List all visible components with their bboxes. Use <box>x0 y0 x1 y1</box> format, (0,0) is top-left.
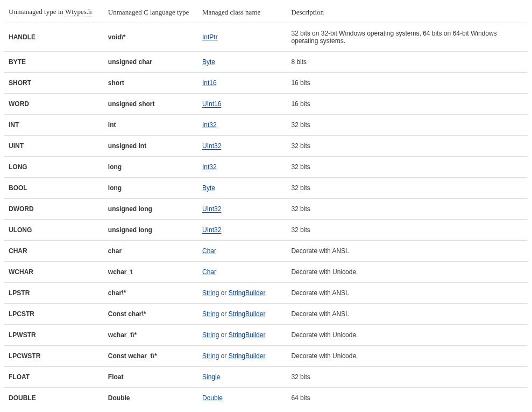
table-row: BYTEunsigned charByte8 bits <box>4 52 528 73</box>
cell-description: 32 bits <box>287 115 528 136</box>
cell-unmanaged-type: CHAR <box>4 241 104 262</box>
cell-managed-class: UInt32 <box>198 199 287 220</box>
cell-unmanaged-type: ULONG <box>4 220 104 241</box>
managed-class-link[interactable]: Double <box>202 394 223 402</box>
cell-description: 16 bits <box>287 73 528 94</box>
managed-class-link[interactable]: IntPtr <box>202 33 218 41</box>
cell-c-type: long <box>104 178 198 199</box>
managed-class-link[interactable]: Char <box>202 268 216 276</box>
cell-description: Decorate with Unicode. <box>287 262 528 283</box>
table-row: DOUBLEDoubleDouble64 bits <box>4 388 528 409</box>
table-row: WCHARwchar_tCharDecorate with Unicode. <box>4 262 528 283</box>
cell-managed-class: Double <box>198 388 287 409</box>
cell-description: 8 bits <box>287 52 528 73</box>
cell-unmanaged-type: BYTE <box>4 52 104 73</box>
cell-c-type: unsigned short <box>104 94 198 115</box>
or-separator: or <box>219 310 228 318</box>
cell-description: 64 bits <box>287 388 528 409</box>
cell-unmanaged-type: INT <box>4 115 104 136</box>
cell-description: 32 bits <box>287 178 528 199</box>
cell-description: Decorate with Unicode. <box>287 346 528 367</box>
table-row: LPWSTRwchar_t\*String or StringBuilderDe… <box>4 325 528 346</box>
cell-managed-class: IntPtr <box>198 23 287 52</box>
cell-c-type: unsigned int <box>104 136 198 157</box>
managed-class-link[interactable]: UInt32 <box>202 226 221 234</box>
header-description: Description <box>287 4 528 23</box>
managed-class-link[interactable]: Byte <box>202 184 215 192</box>
cell-unmanaged-type: DOUBLE <box>4 388 104 409</box>
cell-c-type: Double <box>104 388 198 409</box>
cell-description: 32 bits <box>287 367 528 388</box>
cell-unmanaged-type: LPWSTR <box>4 325 104 346</box>
cell-managed-class: String or StringBuilder <box>198 304 287 325</box>
cell-c-type: short <box>104 73 198 94</box>
managed-class-link[interactable]: Int16 <box>202 79 217 87</box>
cell-c-type: long <box>104 157 198 178</box>
header-managed-class: Managed class name <box>198 4 287 23</box>
table-row: INTintInt3232 bits <box>4 115 528 136</box>
cell-description: Decorate with ANSI. <box>287 304 528 325</box>
managed-class-link[interactable]: UInt16 <box>202 100 221 108</box>
cell-unmanaged-type: BOOL <box>4 178 104 199</box>
cell-unmanaged-type: FLOAT <box>4 367 104 388</box>
managed-class-link[interactable]: Int32 <box>202 121 217 129</box>
cell-c-type: Float <box>104 367 198 388</box>
cell-c-type: char\* <box>104 283 198 304</box>
table-row: UINTunsigned intUInt3232 bits <box>4 136 528 157</box>
cell-c-type: Const wchar_t\* <box>104 346 198 367</box>
cell-description: 32 bits <box>287 136 528 157</box>
managed-class-link[interactable]: Byte <box>202 58 215 66</box>
table-row: WORDunsigned shortUInt1616 bits <box>4 94 528 115</box>
cell-managed-class: String or StringBuilder <box>198 283 287 304</box>
cell-managed-class: Int32 <box>198 115 287 136</box>
managed-class-link[interactable]: StringBuilder <box>229 352 266 360</box>
cell-unmanaged-type: DWORD <box>4 199 104 220</box>
cell-c-type: Const char\* <box>104 304 198 325</box>
managed-class-link[interactable]: String <box>202 352 219 360</box>
cell-managed-class: Int16 <box>198 73 287 94</box>
managed-class-link[interactable]: String <box>202 331 219 339</box>
table-body: HANDLEvoid\*IntPtr32 bits on 32-bit Wind… <box>4 23 528 409</box>
cell-c-type: void\* <box>104 23 198 52</box>
cell-unmanaged-type: SHORT <box>4 73 104 94</box>
table-row: FLOATFloatSingle32 bits <box>4 367 528 388</box>
managed-class-link[interactable]: UInt32 <box>202 142 221 150</box>
header-col1-prefix: Unmanaged type in <box>9 8 65 16</box>
managed-class-link[interactable]: Char <box>202 247 216 255</box>
cell-c-type: wchar_t\* <box>104 325 198 346</box>
cell-managed-class: Char <box>198 241 287 262</box>
managed-class-link[interactable]: UInt32 <box>202 205 221 213</box>
table-row: CHARcharCharDecorate with ANSI. <box>4 241 528 262</box>
cell-managed-class: Char <box>198 262 287 283</box>
cell-description: 32 bits on 32-bit Windows operating syst… <box>287 23 528 52</box>
cell-managed-class: Int32 <box>198 157 287 178</box>
cell-unmanaged-type: HANDLE <box>4 23 104 52</box>
managed-class-link[interactable]: Single <box>202 373 220 381</box>
cell-description: 32 bits <box>287 157 528 178</box>
managed-class-link[interactable]: Int32 <box>202 163 217 171</box>
cell-description: Decorate with ANSI. <box>287 283 528 304</box>
header-unmanaged-type: Unmanaged type in Wtypes.h <box>4 4 104 23</box>
managed-class-link[interactable]: StringBuilder <box>229 331 266 339</box>
cell-description: Decorate with ANSI. <box>287 241 528 262</box>
managed-class-link[interactable]: StringBuilder <box>229 310 266 318</box>
cell-managed-class: String or StringBuilder <box>198 325 287 346</box>
cell-managed-class: UInt32 <box>198 220 287 241</box>
header-c-type: Unmanaged C language type <box>104 4 198 23</box>
cell-unmanaged-type: UINT <box>4 136 104 157</box>
table-header: Unmanaged type in Wtypes.h Unmanaged C l… <box>4 4 528 23</box>
cell-description: 32 bits <box>287 199 528 220</box>
cell-unmanaged-type: LPCWSTR <box>4 346 104 367</box>
cell-unmanaged-type: WCHAR <box>4 262 104 283</box>
table-row: SHORTshortInt1616 bits <box>4 73 528 94</box>
managed-class-link[interactable]: String <box>202 289 219 297</box>
cell-unmanaged-type: LONG <box>4 157 104 178</box>
table-row: BOOLlongByte32 bits <box>4 178 528 199</box>
cell-managed-class: String or StringBuilder <box>198 346 287 367</box>
managed-class-link[interactable]: StringBuilder <box>229 289 266 297</box>
cell-managed-class: Byte <box>198 52 287 73</box>
table-row: LPSTRchar\*String or StringBuilderDecora… <box>4 283 528 304</box>
managed-class-link[interactable]: String <box>202 310 219 318</box>
header-col1-wtypes: Wtypes.h <box>65 8 91 17</box>
cell-unmanaged-type: LPCSTR <box>4 304 104 325</box>
